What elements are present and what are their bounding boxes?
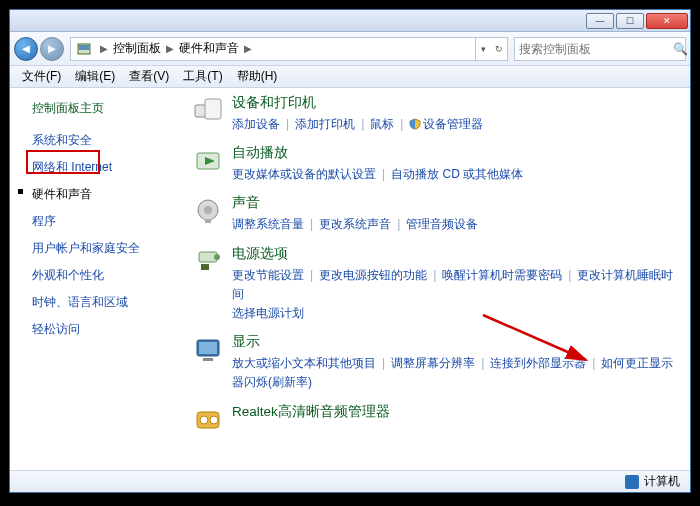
link-4-0[interactable]: 放大或缩小文本和其他项目 (232, 356, 376, 370)
sidebar-item-7[interactable]: 轻松访问 (10, 316, 182, 343)
separator: | (397, 217, 400, 231)
breadcrumb[interactable]: ▶ 控制面板 ▶ 硬件和声音 ▶ ▾ ↻ (70, 37, 508, 61)
link-2-1[interactable]: 更改系统声音 (319, 217, 391, 231)
body: 控制面板主页 系统和安全网络和 Internet硬件和声音程序用户帐户和家庭安全… (10, 88, 690, 470)
category-title[interactable]: 电源选项 (232, 245, 682, 263)
menu-tools[interactable]: 工具(T) (177, 66, 228, 87)
separator: | (568, 268, 571, 282)
category-title[interactable]: 显示 (232, 333, 682, 351)
sidebar-item-1[interactable]: 网络和 Internet (10, 154, 182, 181)
svg-point-17 (210, 416, 218, 424)
separator: | (310, 268, 313, 282)
link-0-3[interactable]: 设备管理器 (423, 117, 483, 131)
breadcrumb-dropdown[interactable]: ▾ (475, 38, 491, 60)
link-3-0[interactable]: 更改节能设置 (232, 268, 304, 282)
link-4-1[interactable]: 调整屏幕分辨率 (391, 356, 475, 370)
category-icon-1 (190, 144, 226, 180)
status-bar: 计算机 (10, 470, 690, 492)
search-icon[interactable]: 🔍 (673, 42, 688, 56)
link-2-0[interactable]: 调整系统音量 (232, 217, 304, 231)
minimize-button[interactable]: — (586, 13, 614, 29)
link-3-2[interactable]: 唤醒计算机时需要密码 (442, 268, 562, 282)
menu-edit[interactable]: 编辑(E) (69, 66, 121, 87)
chevron-right-icon: ▶ (166, 43, 174, 54)
active-bullet-icon (18, 189, 23, 194)
svg-point-10 (214, 254, 220, 260)
svg-rect-3 (205, 99, 221, 119)
category-links: 调整系统音量|更改系统声音|管理音频设备 (232, 215, 682, 234)
back-button[interactable]: ◄ (14, 37, 38, 61)
category-links: 更改节能设置|更改电源按钮的功能|唤醒计算机时需要密码|更改计算机睡眠时间选择电… (232, 266, 682, 324)
link-0-1[interactable]: 添加打印机 (295, 117, 355, 131)
category-title[interactable]: 自动播放 (232, 144, 682, 162)
main-content: 设备和打印机添加设备|添加打印机|鼠标|设备管理器自动播放更改媒体或设备的默认设… (182, 88, 690, 470)
category-links: 更改媒体或设备的默认设置|自动播放 CD 或其他媒体 (232, 165, 682, 184)
link-3-1[interactable]: 更改电源按钮的功能 (319, 268, 427, 282)
link-0-0[interactable]: 添加设备 (232, 117, 280, 131)
sidebar-item-4[interactable]: 用户帐户和家庭安全 (10, 235, 182, 262)
forward-button[interactable]: ► (40, 37, 64, 61)
separator: | (433, 268, 436, 282)
category-3: 电源选项更改节能设置|更改电源按钮的功能|唤醒计算机时需要密码|更改计算机睡眠时… (190, 245, 682, 324)
category-title[interactable]: 声音 (232, 194, 682, 212)
separator: | (361, 117, 364, 131)
separator: | (481, 356, 484, 370)
refresh-button[interactable]: ↻ (491, 38, 507, 60)
sidebar-home[interactable]: 控制面板主页 (10, 96, 182, 127)
category-2: 声音调整系统音量|更改系统声音|管理音频设备 (190, 194, 682, 234)
category-1: 自动播放更改媒体或设备的默认设置|自动播放 CD 或其他媒体 (190, 144, 682, 184)
category-5: Realtek高清晰音频管理器 (190, 403, 682, 439)
breadcrumb-current[interactable]: 硬件和声音 (177, 38, 241, 59)
sidebar-item-5[interactable]: 外观和个性化 (10, 262, 182, 289)
sidebar-item-0[interactable]: 系统和安全 (10, 127, 182, 154)
link-1-1[interactable]: 自动播放 CD 或其他媒体 (391, 167, 523, 181)
chevron-right-icon: ▶ (100, 43, 108, 54)
search-box[interactable]: 🔍 (514, 37, 686, 61)
category-links: 放大或缩小文本和其他项目|调整屏幕分辨率|连接到外部显示器|如何更正显示器闪烁(… (232, 354, 682, 392)
svg-rect-1 (79, 45, 89, 50)
link-2-2[interactable]: 管理音频设备 (406, 217, 478, 231)
close-button[interactable]: ✕ (646, 13, 688, 29)
svg-rect-14 (203, 358, 213, 361)
svg-rect-8 (205, 219, 211, 223)
category-4: 显示放大或缩小文本和其他项目|调整屏幕分辨率|连接到外部显示器|如何更正显示器闪… (190, 333, 682, 392)
category-title[interactable]: Realtek高清晰音频管理器 (232, 403, 682, 421)
breadcrumb-root[interactable]: 控制面板 (111, 38, 163, 59)
window-frame: — ☐ ✕ ◄ ► ▶ 控制面板 ▶ 硬件和声音 ▶ ▾ ↻ 🔍 文件(F) (9, 9, 691, 493)
category-icon-4 (190, 333, 226, 369)
sidebar-item-2[interactable]: 硬件和声音 (10, 181, 182, 208)
titlebar: — ☐ ✕ (10, 10, 690, 32)
link-0-2[interactable]: 鼠标 (370, 117, 394, 131)
svg-point-16 (200, 416, 208, 424)
chevron-right-icon: ▶ (244, 43, 252, 54)
sidebar-item-3[interactable]: 程序 (10, 208, 182, 235)
separator: | (286, 117, 289, 131)
separator: | (310, 217, 313, 231)
category-title[interactable]: 设备和打印机 (232, 94, 682, 112)
control-panel-icon (75, 40, 93, 58)
svg-rect-11 (201, 264, 209, 270)
category-icon-5 (190, 403, 226, 439)
menu-help[interactable]: 帮助(H) (231, 66, 284, 87)
separator: | (382, 167, 385, 181)
maximize-button[interactable]: ☐ (616, 13, 644, 29)
search-input[interactable] (515, 42, 673, 56)
link-4-2[interactable]: 连接到外部显示器 (490, 356, 586, 370)
separator: | (400, 117, 403, 131)
svg-rect-13 (199, 342, 217, 354)
svg-point-7 (204, 206, 212, 214)
separator: | (592, 356, 595, 370)
menu-file[interactable]: 文件(F) (16, 66, 67, 87)
category-links: 添加设备|添加打印机|鼠标|设备管理器 (232, 115, 682, 134)
menu-bar: 文件(F) 编辑(E) 查看(V) 工具(T) 帮助(H) (10, 66, 690, 88)
link-1-0[interactable]: 更改媒体或设备的默认设置 (232, 167, 376, 181)
link-3-4[interactable]: 选择电源计划 (232, 306, 304, 320)
nav-bar: ◄ ► ▶ 控制面板 ▶ 硬件和声音 ▶ ▾ ↻ 🔍 (10, 32, 690, 66)
menu-view[interactable]: 查看(V) (123, 66, 175, 87)
category-icon-0 (190, 94, 226, 130)
sidebar: 控制面板主页 系统和安全网络和 Internet硬件和声音程序用户帐户和家庭安全… (10, 88, 182, 470)
sidebar-item-6[interactable]: 时钟、语言和区域 (10, 289, 182, 316)
category-icon-2 (190, 194, 226, 230)
status-text: 计算机 (644, 473, 680, 490)
computer-icon (625, 475, 639, 489)
